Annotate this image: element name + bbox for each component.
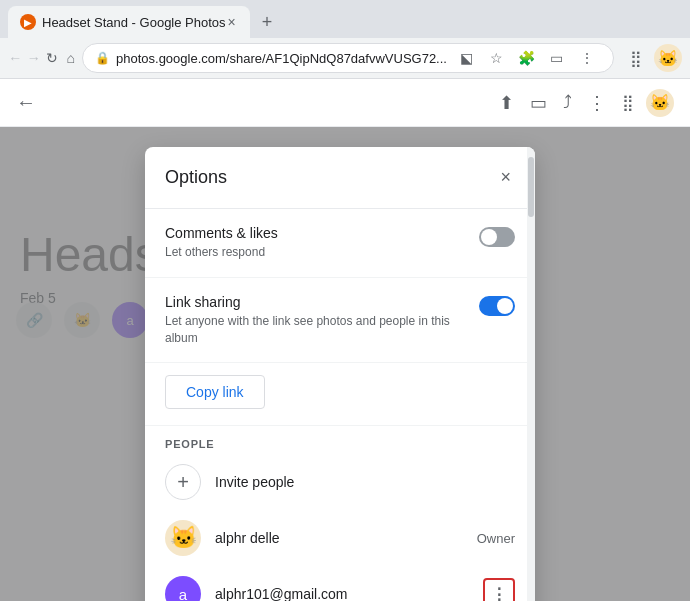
apps-grid-toolbar-button[interactable]: ⣿: [618, 88, 638, 117]
modal-scrollbar[interactable]: [527, 147, 535, 601]
address-icons: ⬕ ☆ 🧩 ▭ ⋮: [453, 44, 601, 72]
forward-button[interactable]: →: [27, 44, 42, 72]
person-alphr-delle-item: 🐱 alphr delle Owner: [145, 510, 535, 566]
new-tab-button[interactable]: +: [254, 8, 281, 37]
album-background: Heads Feb 5 🔗 🐱 a Options ×: [0, 127, 690, 601]
apps-grid-button[interactable]: ⣿: [622, 44, 650, 72]
copy-link-row: Copy link: [145, 363, 535, 426]
add-icon: +: [177, 471, 189, 494]
comments-toggle-thumb: [481, 229, 497, 245]
refresh-icon: ↻: [46, 50, 58, 66]
back-button[interactable]: ←: [8, 44, 23, 72]
address-field[interactable]: 🔒 photos.google.com/share/AF1QipNdQ87daf…: [82, 43, 614, 73]
bookmark-icon: ☆: [490, 50, 503, 66]
album-view-button[interactable]: ▭: [526, 88, 551, 118]
menu-icon-btn[interactable]: ⋮: [573, 44, 601, 72]
people-list: + Invite people 🐱 alphr delle Owner: [145, 454, 535, 601]
person1-name: alphr delle: [215, 530, 463, 546]
tab-bar: ▶ Headset Stand - Google Photos × +: [0, 0, 690, 38]
tab-close-button[interactable]: ×: [226, 12, 238, 32]
toolbar-profile-avatar[interactable]: 🐱: [646, 89, 674, 117]
cast-icon: ⬕: [460, 50, 473, 66]
person1-role: Owner: [477, 531, 515, 546]
people-section-label: PEOPLE: [145, 426, 535, 454]
person2-avatar: a: [165, 576, 201, 601]
comments-likes-info: Comments & likes Let others respond: [165, 225, 467, 261]
extension-icon: 🧩: [518, 50, 535, 66]
back-icon: ←: [8, 50, 22, 66]
link-sharing-row: Link sharing Let anyone with the link se…: [145, 278, 535, 364]
toolbar-actions: ⬆ ▭ ⤴ ⋮ ⣿ 🐱: [495, 88, 674, 118]
profile-icon: ▭: [550, 50, 563, 66]
page-back-icon: ←: [16, 91, 36, 113]
home-button[interactable]: ⌂: [64, 44, 79, 72]
active-tab[interactable]: ▶ Headset Stand - Google Photos ×: [8, 6, 250, 38]
comments-likes-desc: Let others respond: [165, 244, 467, 261]
page-content: ← ⬆ ▭ ⤴ ⋮ ⣿ 🐱 Heads: [0, 79, 690, 601]
forward-icon: →: [27, 50, 41, 66]
person-alphr101-item: a alphr101@gmail.com ⋮: [145, 566, 535, 601]
options-dialog: Options × Comments & likes Let others re…: [145, 147, 535, 601]
profile-avatar[interactable]: 🐱: [654, 44, 682, 72]
share-button[interactable]: ⤴: [559, 88, 576, 117]
tab-favicon: ▶: [20, 14, 36, 30]
modal-close-button[interactable]: ×: [496, 163, 515, 192]
scrollbar-thumb: [528, 157, 534, 217]
comments-likes-label: Comments & likes: [165, 225, 467, 241]
cat-emoji-icon: 🐱: [170, 525, 197, 551]
modal-header: Options ×: [145, 147, 535, 209]
comments-likes-row: Comments & likes Let others respond: [145, 209, 535, 278]
more-options-button[interactable]: ⋮: [584, 88, 610, 118]
link-sharing-toggle-track: ✓: [479, 296, 515, 316]
modal-body: Comments & likes Let others respond Link…: [145, 209, 535, 601]
invite-people-item[interactable]: + Invite people: [145, 454, 535, 510]
comments-toggle-track: [479, 227, 515, 247]
link-sharing-info: Link sharing Let anyone with the link se…: [165, 294, 467, 347]
menu-icon: ⋮: [580, 50, 594, 66]
address-text: photos.google.com/share/AF1QipNdQ87dafvw…: [116, 51, 447, 66]
refresh-button[interactable]: ↻: [45, 44, 60, 72]
person2-email: alphr101@gmail.com: [215, 586, 469, 601]
invite-avatar: +: [165, 464, 201, 500]
apps-grid-icon: ⣿: [630, 49, 642, 68]
person1-avatar: 🐱: [165, 520, 201, 556]
link-sharing-desc: Let anyone with the link see photos and …: [165, 313, 467, 347]
tab-title: Headset Stand - Google Photos: [42, 15, 226, 30]
page-back-button[interactable]: ←: [16, 91, 36, 114]
copy-link-button[interactable]: Copy link: [165, 375, 265, 409]
home-icon: ⌂: [67, 50, 75, 66]
address-bar: ← → ↻ ⌂ 🔒 photos.google.com/share/AF1Qip…: [0, 38, 690, 78]
person2-more-button[interactable]: ⋮: [483, 578, 515, 601]
browser-chrome: ▶ Headset Stand - Google Photos × + ← → …: [0, 0, 690, 79]
extension-icon-btn[interactable]: 🧩: [513, 44, 541, 72]
upload-button[interactable]: ⬆: [495, 88, 518, 118]
comments-likes-toggle[interactable]: [479, 227, 515, 247]
person2-more-icon: ⋮: [491, 585, 508, 601]
link-sharing-toggle[interactable]: ✓: [479, 296, 515, 316]
link-sharing-label: Link sharing: [165, 294, 467, 310]
more-options-icon: ⋮: [588, 93, 606, 113]
album-view-icon: ▭: [530, 93, 547, 113]
upload-icon: ⬆: [499, 93, 514, 113]
page-toolbar: ← ⬆ ▭ ⤴ ⋮ ⣿ 🐱: [0, 79, 690, 127]
profile-icon-btn[interactable]: ▭: [543, 44, 571, 72]
invite-label: Invite people: [215, 474, 515, 490]
bookmark-icon-btn[interactable]: ☆: [483, 44, 511, 72]
cast-icon-btn[interactable]: ⬕: [453, 44, 481, 72]
lock-icon: 🔒: [95, 51, 110, 65]
apps-grid-toolbar-icon: ⣿: [622, 94, 634, 111]
share-icon: ⤴: [563, 92, 572, 112]
modal-title: Options: [165, 167, 227, 188]
